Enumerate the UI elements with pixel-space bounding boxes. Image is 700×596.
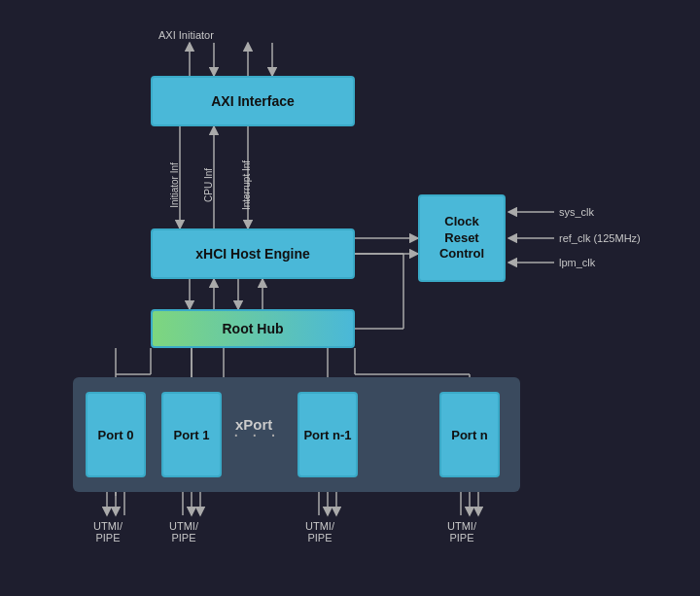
lpm-clk-label: lpm_clk <box>559 257 595 268</box>
port-n1-block: Port n-1 <box>298 392 358 477</box>
xhci-host-engine-block: xHCI Host Engine <box>151 228 355 279</box>
initiator-inf-label: Initiator Inf <box>169 162 180 208</box>
utmi-pipe-n-label: UTMI/ PIPE <box>447 520 476 543</box>
clock-reset-control-block: Clock Reset Control <box>418 194 506 282</box>
axi-interface-block: AXI Interface <box>151 76 355 126</box>
root-hub-block: Root Hub <box>151 309 355 348</box>
port-1-block: Port 1 <box>161 392 222 477</box>
port-n-block: Port n <box>439 392 500 477</box>
cpu-inf-label: CPU Inf <box>203 168 214 202</box>
diagram-container: AXI Initiator AXI Interface Initiator In… <box>0 0 700 596</box>
ports-ellipsis: · · · <box>233 423 280 445</box>
utmi-pipe-0-label: UTMI/ PIPE <box>93 520 122 543</box>
axi-initiator-label: AXI Initiator <box>158 29 214 41</box>
port-0-block: Port 0 <box>86 392 146 477</box>
sys-clk-label: sys_clk <box>559 206 594 218</box>
utmi-pipe-n1-label: UTMI/ PIPE <box>305 520 334 543</box>
ref-clk-label: ref_clk (125MHz) <box>559 232 641 244</box>
utmi-pipe-1-label: UTMI/ PIPE <box>169 520 198 543</box>
interrupt-inf-label: Interrupt Inf <box>241 160 252 210</box>
